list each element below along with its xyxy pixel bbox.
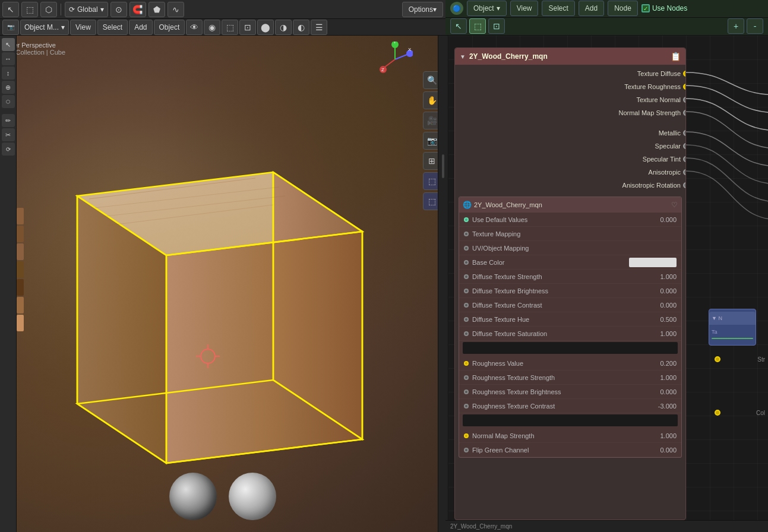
select-box-btn[interactable]: ⬚ bbox=[21, 2, 38, 17]
object-mode-dropdown[interactable]: Object M... ▾ bbox=[20, 20, 69, 35]
right-zoom-in[interactable]: + bbox=[728, 18, 744, 34]
texture-roughness-socket[interactable] bbox=[683, 84, 686, 90]
prop-diff-hue[interactable]: Diffuse Texture Hue 0.500 bbox=[459, 312, 681, 327]
palette-very-dark[interactable] bbox=[17, 279, 24, 296]
prop-uv-mapping[interactable]: UV/Object Mapping bbox=[459, 241, 681, 255]
node-pin-icon: 📋 bbox=[671, 52, 681, 61]
diff-hue-value: 0.500 bbox=[647, 316, 677, 323]
transform-dropdown[interactable]: ⟳ Global ▾ bbox=[65, 2, 108, 17]
left-tool-5[interactable]: ⬡ bbox=[2, 95, 15, 108]
left-tool-3[interactable]: ↕ bbox=[2, 66, 15, 80]
left-tool-7[interactable]: ✂ bbox=[2, 128, 15, 141]
normal-map-strength-out-socket[interactable] bbox=[683, 110, 686, 116]
node-header[interactable]: ▼ 2Y_Wood_Cherry_mqn 📋 bbox=[455, 48, 685, 65]
transform-label: Global bbox=[77, 5, 98, 14]
solid-btn[interactable]: ⬤ bbox=[257, 20, 274, 35]
texture-diffuse-socket[interactable] bbox=[683, 71, 686, 77]
lasso-select-btn[interactable]: ⬡ bbox=[40, 2, 57, 17]
left-tool-1[interactable]: ↖ bbox=[2, 38, 15, 51]
flip-green-value: 0.000 bbox=[647, 446, 677, 454]
right-add-btn[interactable]: Add bbox=[579, 1, 604, 16]
prop-normal-strength[interactable]: Normal Map Strength 1.000 bbox=[459, 429, 681, 443]
prop-diff-strength[interactable]: Diffuse Texture Strength 1.000 bbox=[459, 270, 681, 284]
mirror-btn[interactable]: ⬟ bbox=[148, 2, 165, 17]
prop-texture-mapping[interactable]: Texture Mapping bbox=[459, 227, 681, 241]
metallic-socket[interactable] bbox=[683, 130, 686, 136]
overlay-btn[interactable]: ◉ bbox=[204, 20, 220, 35]
extra-btn[interactable]: ☰ bbox=[311, 20, 327, 35]
base-color-swatch[interactable] bbox=[629, 258, 677, 267]
render-mode-btn[interactable]: 📷 bbox=[2, 20, 19, 35]
right-node-btn[interactable]: Node bbox=[608, 1, 638, 16]
env-preview-sphere bbox=[169, 473, 217, 520]
preview-spheres bbox=[169, 473, 276, 520]
sep1 bbox=[61, 4, 61, 15]
viewport-icon[interactable]: 🔵 bbox=[450, 2, 463, 15]
prop-flip-green[interactable]: Flip Green Channel 0.000 bbox=[459, 443, 681, 457]
tool3-btn[interactable]: ∿ bbox=[167, 2, 184, 17]
node-collapse-btn[interactable]: ▼ bbox=[460, 53, 466, 60]
color-palette bbox=[17, 208, 24, 505]
texture-normal-socket[interactable] bbox=[683, 97, 686, 103]
proportional-btn[interactable]: ⊙ bbox=[110, 2, 127, 17]
anisotropic-rotation-socket[interactable] bbox=[683, 182, 686, 188]
wireframe-btn[interactable]: ⊡ bbox=[239, 20, 256, 35]
anisotropic-socket[interactable] bbox=[683, 169, 686, 175]
axis-indicator: X Y Z bbox=[377, 42, 413, 79]
normal-map-strength-out-label: Normal Map Strength bbox=[618, 109, 681, 116]
specular-tint-socket[interactable] bbox=[683, 156, 686, 162]
panel-divider[interactable] bbox=[438, 36, 448, 532]
transform-icon: ⟳ bbox=[69, 5, 75, 14]
prop-rough-strength[interactable]: Roughness Texture Strength 1.000 bbox=[459, 370, 681, 385]
prop-rough-contrast[interactable]: Roughness Texture Contrast -3.000 bbox=[459, 399, 681, 413]
specular-socket[interactable] bbox=[683, 143, 686, 149]
prop-roughness-value[interactable]: Roughness Value 0.200 bbox=[459, 356, 681, 370]
palette-tan[interactable] bbox=[17, 297, 24, 314]
palette-light-tan[interactable] bbox=[17, 315, 24, 331]
right-tool2[interactable]: ⬚ bbox=[469, 18, 486, 34]
cursor-tool-btn[interactable]: ↖ bbox=[2, 2, 19, 17]
prop-use-default[interactable]: Use Default Values 0.000 bbox=[459, 213, 681, 227]
snap-btn[interactable]: 🧲 bbox=[129, 2, 146, 17]
right-zoom-out[interactable]: - bbox=[747, 18, 763, 34]
left-tool-4[interactable]: ⊕ bbox=[2, 81, 15, 94]
right-tool1[interactable]: ↖ bbox=[450, 18, 467, 34]
left-tool-6[interactable]: ✏ bbox=[2, 114, 15, 127]
prop-diff-contrast[interactable]: Diffuse Texture Contrast 0.000 bbox=[459, 298, 681, 312]
left-tool-2[interactable]: ↔ bbox=[2, 52, 15, 65]
options-btn[interactable]: Options ▾ bbox=[402, 2, 443, 17]
view-btn[interactable]: View bbox=[70, 20, 96, 35]
object-btn[interactable]: Object bbox=[154, 20, 185, 35]
left-tool-8[interactable]: ⟳ bbox=[2, 142, 15, 156]
right-edge-col: Col bbox=[756, 410, 765, 416]
object-dropdown[interactable]: Object ▾ bbox=[467, 1, 507, 16]
prop-diff-saturation[interactable]: Diffuse Texture Saturation 1.000 bbox=[459, 327, 681, 341]
render-preview-btn[interactable]: ◐ bbox=[293, 20, 309, 35]
divider-handle[interactable] bbox=[442, 154, 444, 178]
right-tool3[interactable]: ⊡ bbox=[488, 18, 505, 34]
viewport[interactable]: User Perspective (1) Collection | Cube X… bbox=[0, 36, 445, 532]
viewport-shading-btn[interactable]: 👁 bbox=[186, 20, 203, 35]
sub-node-header[interactable]: 🌐 2Y_Wood_Cherry_mqn ♡ bbox=[459, 197, 681, 213]
plain-preview-sphere bbox=[229, 473, 276, 520]
palette-brown[interactable] bbox=[17, 208, 24, 224]
add-btn[interactable]: Add bbox=[129, 20, 152, 35]
rough-strength-value: 1.000 bbox=[647, 374, 677, 381]
right-select-btn[interactable]: Select bbox=[542, 1, 574, 16]
select-btn[interactable]: Select bbox=[97, 20, 128, 35]
prop-rough-brightness[interactable]: Roughness Texture Brightness 0.000 bbox=[459, 385, 681, 399]
diff-strength-label: Diffuse Texture Strength bbox=[472, 273, 647, 280]
prop-base-color[interactable]: Base Color bbox=[459, 255, 681, 270]
socket-yellow-1 bbox=[715, 356, 720, 362]
xray-btn[interactable]: ⬚ bbox=[222, 20, 238, 35]
right-add-label: Add bbox=[585, 4, 598, 12]
right-view-btn[interactable]: View bbox=[510, 1, 539, 16]
rough-contrast-socket bbox=[464, 404, 469, 408]
palette-dark-brown[interactable] bbox=[17, 226, 24, 242]
prop-diff-brightness[interactable]: Diffuse Texture Brightness 0.000 bbox=[459, 284, 681, 298]
node-editor[interactable]: ▼ 2Y_Wood_Cherry_mqn 📋 Texture Diffuse T… bbox=[448, 36, 768, 520]
wire-socket-1 bbox=[715, 356, 720, 362]
palette-light-brown[interactable] bbox=[17, 261, 24, 278]
material-preview-btn[interactable]: ◑ bbox=[275, 20, 292, 35]
use-nodes-checkbox[interactable]: ✓ Use Nodes bbox=[641, 4, 687, 12]
